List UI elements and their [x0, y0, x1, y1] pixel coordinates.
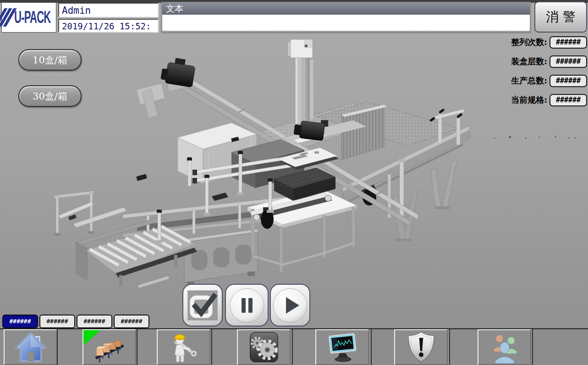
clear-alarm-button[interactable]: 消警	[534, 1, 587, 33]
nav-alarms[interactable]	[394, 329, 448, 365]
counter-label: 整列次数:	[511, 37, 547, 48]
nav-separator	[137, 329, 137, 365]
counter-value: ######	[550, 36, 587, 49]
nav-maintenance[interactable]	[157, 329, 210, 365]
shield-exclamation-icon	[405, 330, 438, 364]
status-box-4[interactable]: ######	[114, 315, 149, 328]
counter-value: ######	[550, 94, 587, 106]
counter-value: ######	[550, 55, 587, 68]
counter-row: 生产总数: ######	[467, 74, 587, 87]
nav-separator	[449, 329, 450, 365]
status-box-3[interactable]: ######	[77, 315, 112, 328]
monitor-waveform-icon	[324, 330, 361, 364]
nav-settings[interactable]	[237, 329, 291, 365]
nav-users[interactable]	[478, 329, 531, 365]
logo-panel: U-PACK	[1, 2, 56, 33]
navbar	[0, 329, 588, 365]
user-field[interactable]: Admin	[58, 3, 159, 17]
message-value	[162, 15, 530, 31]
users-icon	[487, 330, 522, 364]
counter-row: 当前规格: ######	[467, 94, 587, 106]
run-flag-icon	[83, 330, 101, 346]
play-icon	[272, 287, 308, 324]
start-button[interactable]	[270, 284, 310, 326]
alarm-message-box[interactable]: 文本	[161, 2, 531, 33]
pause-icon	[229, 287, 265, 324]
nav-separator	[371, 329, 372, 365]
worker-wrench-icon	[166, 330, 201, 364]
nav-production-line[interactable]	[82, 329, 136, 365]
checkbox-check-icon	[187, 290, 218, 321]
confirm-button[interactable]	[182, 284, 223, 326]
message-label: 文本	[162, 3, 530, 15]
nav-separator	[211, 329, 212, 365]
nav-home[interactable]	[4, 329, 57, 365]
pause-button[interactable]	[225, 284, 269, 326]
nav-separator	[292, 329, 293, 365]
counter-row: 装盒层数: ######	[467, 55, 587, 68]
status-box-2[interactable]: ######	[39, 315, 75, 328]
counter-label: 当前规格:	[511, 94, 547, 105]
hmi-screen: U-PACK Admin 2019/11/26 15:52: 文本 消警 整列次…	[0, 0, 588, 365]
gears-icon	[247, 330, 281, 364]
counter-label: 生产总数:	[511, 75, 547, 86]
status-box-1[interactable]: ######	[2, 315, 38, 328]
nav-monitoring[interactable]	[315, 329, 369, 365]
nav-separator	[57, 329, 58, 365]
counter-row: 整列次数: ######	[467, 36, 587, 49]
logo-text: U-PACK	[14, 8, 51, 27]
nav-separator	[532, 329, 533, 365]
counter-value: ######	[550, 75, 587, 87]
home-icon	[14, 331, 47, 364]
logo-slashes-icon	[0, 8, 11, 27]
spec-30-per-box-button[interactable]: 30盒/箱	[18, 85, 82, 107]
counter-label: 装盒层数:	[511, 56, 547, 67]
spec-10-per-box-button[interactable]: 10盒/箱	[18, 49, 82, 71]
datetime-field[interactable]: 2019/11/26 15:52:	[58, 19, 159, 33]
